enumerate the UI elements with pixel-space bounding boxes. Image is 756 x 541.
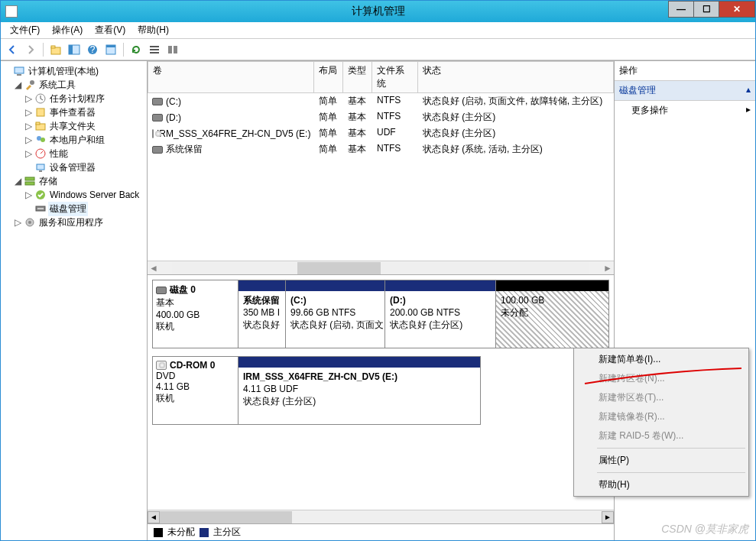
- svg-rect-17: [37, 109, 44, 116]
- diskmgmt-icon: [34, 202, 47, 215]
- col-volume[interactable]: 卷: [148, 61, 314, 93]
- backup-icon: [34, 189, 47, 201]
- scroll-left-button[interactable]: ◄: [148, 511, 160, 523]
- disk-icon: [152, 146, 163, 154]
- watermark: CSDN @莫非家虎: [661, 523, 748, 536]
- actions-header: 操作: [615, 61, 755, 81]
- disk0-box: 磁盘 0 基本 400.00 GB 联机 系统保留350 MB I状态良好 (C…: [152, 280, 609, 348]
- tree-local-users[interactable]: ▷本地用户和组: [2, 133, 145, 147]
- disk0-info[interactable]: 磁盘 0 基本 400.00 GB 联机: [153, 280, 238, 348]
- services-icon: [24, 216, 36, 228]
- view-graphical-button[interactable]: [164, 41, 181, 58]
- back-button[interactable]: [4, 41, 21, 58]
- volume-rows: (C:)简单基本NTFS状态良好 (启动, 页面文件, 故障转储, 主分区) (…: [148, 93, 614, 261]
- console-tree[interactable]: 计算机管理(本地) ◢系统工具 ▷任务计划程序 ▷事件查看器 ▷共享文件夹 ▷本…: [1, 61, 148, 540]
- tree-wsb[interactable]: ▷Windows Server Back: [2, 188, 145, 202]
- maximize-button[interactable]: ☐: [693, 1, 719, 18]
- partition-c[interactable]: (C:)99.66 GB NTFS状态良好 (启动, 页面文: [286, 280, 385, 348]
- show-hide-console-tree-button[interactable]: [66, 41, 83, 58]
- svg-rect-23: [37, 164, 44, 170]
- svg-point-21: [41, 138, 45, 142]
- folder-icon: [34, 120, 47, 132]
- storage-icon: [24, 175, 36, 187]
- up-button[interactable]: [47, 41, 64, 58]
- ctx-new-striped-volume: 新建带区卷(T)...: [576, 388, 747, 407]
- disk-icon: [152, 98, 163, 105]
- tree-storage[interactable]: ◢存储: [2, 174, 145, 188]
- disk-icon: [152, 114, 163, 121]
- volume-row[interactable]: 系统保留简单基本NTFS状态良好 (系统, 活动, 主分区): [148, 141, 614, 157]
- volume-row[interactable]: IRM_SSS_X64FRE_ZH-CN_DV5 (E:)简单基本UDF状态良好…: [148, 125, 614, 141]
- window-title: 计算机管理: [352, 5, 405, 18]
- titlebar[interactable]: 计算机管理 — ☐ ✕: [1, 1, 755, 22]
- col-layout[interactable]: 布局: [314, 61, 343, 93]
- tree-root[interactable]: 计算机管理(本地): [2, 64, 145, 78]
- svg-rect-19: [36, 122, 40, 125]
- svg-rect-1: [51, 46, 55, 48]
- help-button[interactable]: ?: [84, 41, 101, 58]
- volume-row[interactable]: (D:)简单基本NTFS状态良好 (主分区): [148, 109, 614, 125]
- tree-task-scheduler[interactable]: ▷任务计划程序: [2, 92, 145, 105]
- view-list-button[interactable]: [146, 41, 163, 58]
- menu-file[interactable]: 文件(F): [4, 22, 46, 38]
- forward-button[interactable]: [22, 41, 39, 58]
- legend: 未分配 主分区: [148, 523, 614, 540]
- computer-icon: [13, 65, 25, 77]
- chevron-right-icon: ▸: [746, 104, 751, 117]
- svg-rect-10: [150, 52, 159, 53]
- actions-more[interactable]: 更多操作▸: [615, 101, 755, 120]
- cdrom0-info[interactable]: CD-ROM 0 DVD 4.11 GB 联机: [153, 357, 238, 424]
- minimize-button[interactable]: —: [668, 1, 694, 18]
- scroll-right-button[interactable]: ►: [602, 511, 614, 523]
- event-icon: [34, 106, 47, 118]
- volume-list: 卷 布局 类型 文件系统 状态 (C:)简单基本NTFS状态良好 (启动, 页面…: [148, 61, 614, 275]
- refresh-button[interactable]: [128, 41, 144, 58]
- svg-rect-24: [39, 170, 42, 172]
- cdrom0-box: CD-ROM 0 DVD 4.11 GB 联机 IRM_SSS_X64FRE_Z…: [152, 356, 481, 425]
- svg-rect-12: [174, 46, 177, 53]
- partition-system-reserved[interactable]: 系统保留350 MB I状态良好: [238, 280, 286, 348]
- svg-rect-26: [25, 182, 34, 185]
- wrench-icon: [24, 79, 36, 91]
- tree-device-manager[interactable]: 设备管理器: [2, 160, 145, 174]
- menu-view[interactable]: 查看(V): [89, 22, 131, 38]
- svg-rect-14: [17, 74, 21, 76]
- perf-icon: [34, 147, 47, 160]
- actions-diskmgmt-header[interactable]: 磁盘管理▴: [615, 81, 755, 101]
- col-type[interactable]: 类型: [343, 61, 372, 93]
- svg-point-31: [28, 221, 31, 224]
- tree-disk-management[interactable]: 磁盘管理: [2, 202, 145, 215]
- disk-icon: [156, 287, 167, 294]
- tree-performance[interactable]: ▷性能: [2, 147, 145, 160]
- tree-system-tools[interactable]: ◢系统工具: [2, 78, 145, 92]
- partition-e[interactable]: IRM_SSS_X64FRE_ZH-CN_DV5 (E:)4.11 GB UDF…: [238, 357, 480, 424]
- ctx-help[interactable]: 帮助(H): [576, 475, 747, 494]
- menu-action[interactable]: 操作(A): [46, 22, 89, 38]
- svg-rect-3: [69, 45, 73, 54]
- menu-help[interactable]: 帮助(H): [131, 22, 175, 38]
- svg-rect-25: [25, 177, 34, 180]
- col-status[interactable]: 状态: [418, 61, 614, 93]
- legend-primary-swatch: [200, 528, 209, 537]
- svg-rect-7: [106, 45, 115, 47]
- legend-unallocated-swatch: [154, 528, 163, 537]
- svg-rect-8: [150, 46, 159, 47]
- svg-rect-13: [15, 67, 24, 73]
- tree-event-viewer[interactable]: ▷事件查看器: [2, 105, 145, 119]
- volume-scrollbar[interactable]: ◄ ►: [148, 261, 614, 274]
- ctx-properties[interactable]: 属性(P): [576, 451, 747, 470]
- svg-text:?: ?: [90, 44, 96, 55]
- tree-shared-folders[interactable]: ▷共享文件夹: [2, 119, 145, 133]
- menubar: 文件(F) 操作(A) 查看(V) 帮助(H): [1, 22, 755, 39]
- collapse-icon: ▴: [746, 84, 751, 97]
- col-fs[interactable]: 文件系统: [372, 61, 418, 93]
- disk-hscrollbar[interactable]: ◄ ►: [148, 510, 614, 523]
- properties-button[interactable]: [102, 41, 119, 58]
- annotation-arrow: [581, 367, 749, 390]
- close-button[interactable]: ✕: [719, 1, 755, 18]
- ctx-new-mirrored-volume: 新建镜像卷(R)...: [576, 407, 747, 426]
- tree-services[interactable]: ▷服务和应用程序: [2, 215, 145, 229]
- partition-d[interactable]: (D:)200.00 GB NTFS状态良好 (主分区): [385, 280, 496, 348]
- partition-unallocated[interactable]: 100.00 GB未分配: [496, 280, 608, 348]
- volume-row[interactable]: (C:)简单基本NTFS状态良好 (启动, 页面文件, 故障转储, 主分区): [148, 93, 614, 109]
